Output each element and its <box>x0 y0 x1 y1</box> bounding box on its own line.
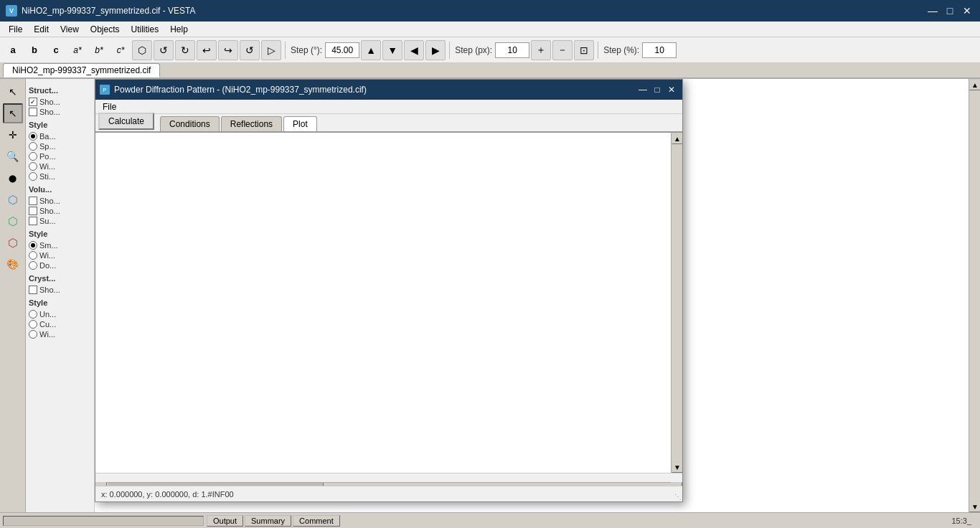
bottom-progress-bar <box>3 516 204 526</box>
radio-sp[interactable] <box>29 142 37 151</box>
window-scroll-down[interactable]: ▼ <box>969 501 980 512</box>
radio-sp-label: Sp... <box>39 142 56 151</box>
axis-b[interactable]: b <box>24 40 44 60</box>
tool-bond[interactable]: ⬡ <box>3 189 23 209</box>
radio-ba[interactable] <box>29 132 37 141</box>
minus-button[interactable]: － <box>552 40 573 60</box>
comment-button[interactable]: Comment <box>293 515 340 527</box>
dialog-menu-file[interactable]: File <box>98 101 121 113</box>
tool-select2[interactable]: ↖ <box>3 103 23 123</box>
crystal-radio-row-wi2: Wi... <box>29 330 91 339</box>
arrow-right-button[interactable]: ▶ <box>425 40 446 60</box>
dialog-minimize-button[interactable]: — <box>636 83 649 96</box>
radio-row-sti: Sti... <box>29 172 91 181</box>
dialog-controls: — □ ✕ <box>636 83 678 96</box>
summary-button[interactable]: Summary <box>245 515 291 527</box>
dialog-title-text: Powder Diffraction Pattern - (NiHO2_mp-9… <box>114 85 367 95</box>
close-button[interactable]: ✕ <box>960 4 974 18</box>
dialog-icon: P <box>100 85 110 95</box>
scroll-up-arrow[interactable]: ▲ <box>672 133 682 144</box>
menu-objects[interactable]: Objects <box>85 23 126 36</box>
vol-checkbox-2[interactable] <box>29 207 37 215</box>
menu-help[interactable]: Help <box>164 23 194 36</box>
output-button[interactable]: Output <box>207 515 243 527</box>
step-up-button[interactable]: ▲ <box>361 40 381 60</box>
menu-utilities[interactable]: Utilities <box>126 23 165 36</box>
app-title: NiHO2_mp-999337_symmetrized.cif - VESTA <box>22 6 196 16</box>
crystal-radio-cu[interactable] <box>29 320 37 329</box>
arrow-left-button[interactable]: ◀ <box>404 40 424 60</box>
vol-radio-row-do: Do... <box>29 261 91 270</box>
crystal-checkbox-1[interactable] <box>29 286 37 294</box>
radio-wi[interactable] <box>29 162 37 171</box>
radio-sti[interactable] <box>29 172 37 181</box>
crystal-radio-un[interactable] <box>29 310 37 319</box>
step-px-label: Step (px): <box>453 45 494 55</box>
radio-wi-label: Wi... <box>39 162 55 171</box>
tool-move[interactable]: ✛ <box>3 125 23 145</box>
tool-atom[interactable]: ⬤ <box>3 168 23 188</box>
menu-file[interactable]: File <box>3 23 28 36</box>
menu-edit[interactable]: Edit <box>28 23 55 36</box>
tool-zoom[interactable]: 🔍 <box>3 146 23 166</box>
minimize-button[interactable]: — <box>925 4 940 18</box>
rotate-cw-button[interactable]: ↻ <box>175 40 195 60</box>
app-icon: V <box>6 5 17 16</box>
step-px-input[interactable] <box>495 42 529 58</box>
rotate-ccw-button[interactable]: ↺ <box>154 40 174 60</box>
step-angle-input[interactable] <box>325 42 359 58</box>
step-down-button[interactable]: ▼ <box>382 40 402 60</box>
sphere-button[interactable]: ⬡ <box>132 40 152 60</box>
fit-button[interactable]: ⊡ <box>574 40 594 60</box>
tool-poly[interactable]: ⬡ <box>3 211 23 231</box>
crystal-label-1: Sho... <box>39 286 60 294</box>
dialog-tab-plot[interactable]: Plot <box>283 116 317 131</box>
vol-row-2: Sho... <box>29 207 91 215</box>
vol-checkbox-1[interactable] <box>29 197 37 205</box>
crystal-radio-wi2[interactable] <box>29 330 37 339</box>
tool-select[interactable]: ↖ <box>3 82 23 102</box>
menu-view[interactable]: View <box>55 23 85 36</box>
plus-button[interactable]: ＋ <box>531 40 551 60</box>
radio-po[interactable] <box>29 152 37 161</box>
show-checkbox-1[interactable]: ✓ <box>29 98 37 106</box>
dialog-tab-conditions[interactable]: Conditions <box>160 116 220 131</box>
step-pct-input[interactable] <box>642 42 677 58</box>
axis-astar[interactable]: a* <box>67 40 88 60</box>
axis-bstar[interactable]: b* <box>89 40 109 60</box>
tool-measure[interactable]: ⬡ <box>3 232 23 253</box>
vol-radio-wi[interactable] <box>29 251 37 260</box>
calculate-button[interactable]: Calculate <box>98 113 154 130</box>
scroll-down-arrow[interactable]: ▼ <box>672 461 682 473</box>
radio-row-ba: Ba... <box>29 132 91 141</box>
dialog-vertical-scrollbar[interactable]: ▲ ▼ <box>671 133 682 473</box>
dialog-tab-reflections[interactable]: Reflections <box>221 116 282 131</box>
dialog-close-button[interactable]: ✕ <box>665 83 678 96</box>
axis-c[interactable]: c <box>46 40 66 60</box>
undo-button[interactable]: ↩ <box>197 40 217 60</box>
resize-handle[interactable]: ⋱ <box>672 491 682 501</box>
volume-section-title: Volu... <box>29 185 91 194</box>
vol-radio-do[interactable] <box>29 261 37 270</box>
tab-main-file[interactable]: NiHO2_mp-999337_symmetrized.cif <box>3 63 160 77</box>
axis-a[interactable]: a <box>3 40 23 60</box>
separator-1 <box>285 42 286 59</box>
plot-area <box>95 133 671 473</box>
show-label-2: Sho... <box>39 108 60 116</box>
vol-checkbox-3[interactable] <box>29 217 37 225</box>
tool-paint[interactable]: 🎨 <box>3 254 23 274</box>
show-checkbox-2[interactable] <box>29 108 37 116</box>
axis-cstar[interactable]: c* <box>110 40 131 60</box>
window-vertical-scrollbar[interactable]: ▲ ▼ <box>969 79 980 512</box>
reset-button[interactable]: ↺ <box>240 40 260 60</box>
redo-button[interactable]: ↪ <box>218 40 238 60</box>
maximize-button[interactable]: □ <box>943 4 957 18</box>
window-scroll-up[interactable]: ▲ <box>969 79 980 90</box>
vol-radio-sm[interactable] <box>29 241 37 250</box>
dialog-menu: File <box>95 100 682 114</box>
dialog-maximize-button[interactable]: □ <box>651 83 664 96</box>
crystal-radio-un-label: Un... <box>39 310 56 319</box>
play-button[interactable]: ▷ <box>261 40 281 60</box>
vol-radio-sm-label: Sm... <box>39 241 58 250</box>
step-angle-label: Step (°): <box>289 45 324 55</box>
